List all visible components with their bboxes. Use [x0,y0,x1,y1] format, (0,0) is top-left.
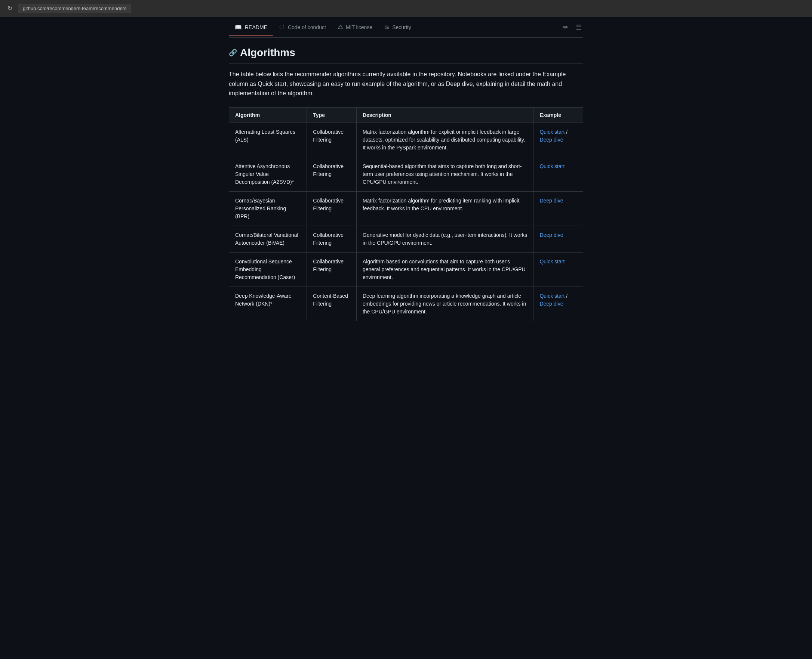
page-description: The table below lists the recommender al… [229,69,583,98]
tab-bar: 📖 README 🛡 Code of conduct ⚖ MIT license… [229,17,583,38]
algorithm-name-1: Attentive Asynchronous Singular Value De… [229,157,307,191]
col-header-example: Example [534,107,583,123]
table-row: Cornac/Bilateral Variational Autoencoder… [229,225,583,252]
example-link-quick-start-4[interactable]: Quick start [539,259,564,265]
algorithm-name-3: Cornac/Bilateral Variational Autoencoder… [229,225,307,252]
code-of-conduct-icon: 🛡 [279,24,285,31]
tab-bar-right: ✏ ☰ [561,17,583,37]
table-row: Convolutional Sequence Embedding Recomme… [229,252,583,287]
algorithm-description-0: Matrix factorization algorithm for expli… [356,123,534,157]
example-link-deep-dive-0[interactable]: Deep dive [539,137,563,143]
algorithm-name-5: Deep Knowledge-Aware Network (DKN)* [229,287,307,321]
example-link-deep-dive-5[interactable]: Deep dive [539,301,563,307]
tab-mit-license[interactable]: ⚖ MIT license [332,19,378,35]
tab-code-of-conduct-label: Code of conduct [288,24,326,30]
example-link-quick-start-5[interactable]: Quick start [539,293,564,299]
algorithm-type-5: Content-Based Filtering [307,287,357,321]
edit-icon[interactable]: ✏ [561,22,570,33]
browser-bar: ↻ github.com/recommenders-team/recommend… [0,0,812,17]
algorithm-example-4: Quick start [534,252,583,287]
col-header-type: Type [307,107,357,123]
algorithm-example-3: Deep dive [534,225,583,252]
tab-readme-label: README [245,24,267,30]
security-icon: ⚖ [384,24,389,31]
reload-button[interactable]: ↻ [6,5,13,12]
algorithm-type-2: Collaborative Filtering [307,191,357,225]
algorithm-type-4: Collaborative Filtering [307,252,357,287]
algorithm-name-2: Cornac/Bayesian Personalized Ranking (BP… [229,191,307,225]
mit-license-icon: ⚖ [338,24,343,31]
content-area: 🔗 Algorithms The table below lists the r… [229,38,583,330]
tab-code-of-conduct[interactable]: 🛡 Code of conduct [273,20,332,35]
example-link-quick-start-0[interactable]: Quick start [539,129,564,135]
col-header-description: Description [356,107,534,123]
main-container: 📖 README 🛡 Code of conduct ⚖ MIT license… [223,17,589,330]
tab-mit-license-label: MIT license [346,24,372,30]
algorithm-description-3: Generative model for dyadic data (e.g., … [356,225,534,252]
algorithm-example-0: Quick start / Deep dive [534,123,583,157]
table-header-row: Algorithm Type Description Example [229,107,583,123]
table-row: Deep Knowledge-Aware Network (DKN)*Conte… [229,287,583,321]
algorithm-description-4: Algorithm based on convolutions that aim… [356,252,534,287]
algorithm-description-5: Deep learning algorithm incorporating a … [356,287,534,321]
algorithm-name-4: Convolutional Sequence Embedding Recomme… [229,252,307,287]
example-link-deep-dive-3[interactable]: Deep dive [539,232,563,238]
list-icon[interactable]: ☰ [574,22,583,33]
table-row: Attentive Asynchronous Singular Value De… [229,157,583,191]
table-row: Alternating Least Squares (ALS)Collabora… [229,123,583,157]
algorithm-name-0: Alternating Least Squares (ALS) [229,123,307,157]
algorithm-type-0: Collaborative Filtering [307,123,357,157]
page-title: Algorithms [240,47,295,59]
page-heading: 🔗 Algorithms [229,47,583,63]
tab-security[interactable]: ⚖ Security [378,19,417,35]
example-link-quick-start-1[interactable]: Quick start [539,163,564,169]
table-row: Cornac/Bayesian Personalized Ranking (BP… [229,191,583,225]
algorithm-type-1: Collaborative Filtering [307,157,357,191]
example-link-deep-dive-2[interactable]: Deep dive [539,198,563,203]
tab-security-label: Security [392,24,411,30]
col-header-algorithm: Algorithm [229,107,307,123]
tab-bar-left: 📖 README 🛡 Code of conduct ⚖ MIT license… [229,19,417,35]
algorithm-example-5: Quick start / Deep dive [534,287,583,321]
algorithm-description-1: Sequential-based algorithm that aims to … [356,157,534,191]
anchor-link-icon[interactable]: 🔗 [229,49,237,57]
readme-icon: 📖 [235,24,242,31]
algorithm-example-2: Deep dive [534,191,583,225]
algorithm-description-2: Matrix factorization algorithm for predi… [356,191,534,225]
algorithm-example-1: Quick start [534,157,583,191]
browser-controls: ↻ [6,5,13,12]
tab-readme[interactable]: 📖 README [229,19,273,35]
algorithm-type-3: Collaborative Filtering [307,225,357,252]
address-bar[interactable]: github.com/recommenders-team/recommender… [18,4,131,13]
algorithms-table: Algorithm Type Description Example Alter… [229,107,583,321]
